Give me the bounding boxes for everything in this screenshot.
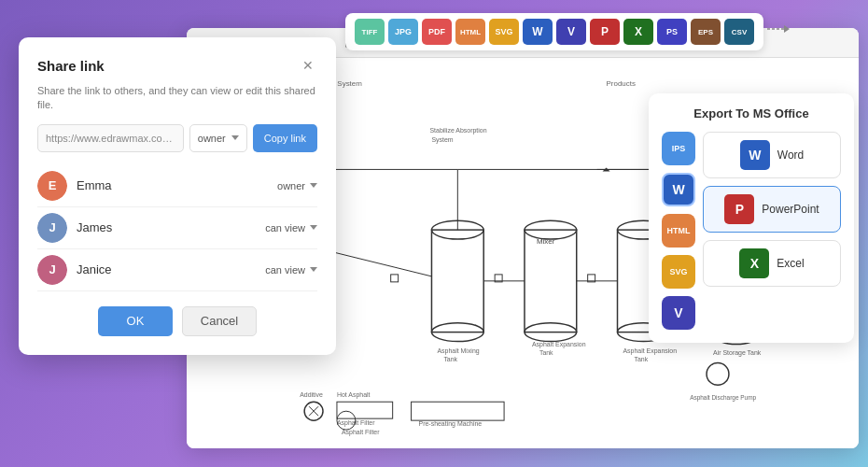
user-name-emma: Emma bbox=[77, 178, 277, 192]
svg-text:Stabilize Absorption: Stabilize Absorption bbox=[429, 127, 486, 134]
svg-rect-48 bbox=[391, 275, 399, 282]
format-html-btn[interactable]: HTML bbox=[455, 19, 485, 45]
link-value: https://www.edrawmax.com/online/fil bbox=[46, 133, 175, 144]
avatar-james: J bbox=[37, 213, 67, 243]
svg-rect-39 bbox=[337, 402, 393, 418]
svg-text:Additive: Additive bbox=[300, 391, 323, 398]
dialog-description: Share the link to others, and they can v… bbox=[37, 84, 317, 113]
user-name-janice: Janice bbox=[77, 262, 265, 276]
svg-text:Asphalt Filter: Asphalt Filter bbox=[337, 419, 375, 427]
format-tiff-btn[interactable]: TIFF bbox=[355, 19, 385, 45]
format-svg-btn[interactable]: SVG bbox=[489, 19, 519, 45]
cancel-button[interactable]: Cancel bbox=[182, 306, 257, 336]
svg-text:Pre-sheating Machine: Pre-sheating Machine bbox=[419, 420, 483, 428]
user-row-janice: J Janice can view bbox=[37, 249, 317, 291]
format-visio-btn[interactable]: V bbox=[556, 19, 586, 45]
export-panel-body: IPS W HTML SVG V W Word P PowerPoint X E… bbox=[662, 132, 841, 330]
owner-dropdown[interactable]: owner bbox=[189, 124, 247, 152]
owner-label: owner bbox=[198, 133, 226, 144]
svg-text:Asphalt Expansion: Asphalt Expansion bbox=[532, 341, 586, 348]
powerpoint-icon: P bbox=[724, 194, 754, 224]
word-icon: W bbox=[740, 140, 770, 170]
svg-rect-9 bbox=[431, 230, 483, 332]
svg-text:Mixer: Mixer bbox=[537, 237, 555, 246]
dialog-footer: OK Cancel bbox=[37, 306, 317, 336]
svg-text:System: System bbox=[431, 136, 453, 144]
format-pdf-btn[interactable]: PDF bbox=[422, 19, 452, 45]
link-row: https://www.edrawmax.com/online/fil owne… bbox=[37, 124, 317, 152]
export-panel: Export To MS Office IPS W HTML SVG V W W… bbox=[649, 93, 854, 343]
user-name-james: James bbox=[77, 220, 265, 234]
svg-text:Tank: Tank bbox=[539, 349, 553, 356]
format-csv-btn[interactable]: CSV bbox=[724, 19, 754, 45]
close-button[interactable]: ✕ bbox=[299, 56, 317, 75]
svg-point-46 bbox=[707, 362, 729, 385]
avatar-emma: E bbox=[37, 171, 67, 201]
side-icon-visio[interactable]: V bbox=[662, 296, 695, 330]
export-excel-item[interactable]: X Excel bbox=[703, 240, 841, 287]
export-items: W Word P PowerPoint X Excel bbox=[703, 132, 841, 330]
word-label: Word bbox=[777, 149, 804, 162]
svg-rect-37 bbox=[412, 402, 505, 420]
permission-emma[interactable]: owner bbox=[277, 180, 317, 191]
permission-chevron-icon bbox=[310, 183, 317, 188]
share-dialog: Share link ✕ Share the link to others, a… bbox=[19, 37, 336, 355]
side-icon-html[interactable]: HTML bbox=[662, 214, 695, 248]
user-row-emma: E Emma owner bbox=[37, 165, 317, 207]
link-input[interactable]: https://www.edrawmax.com/online/fil bbox=[37, 124, 184, 152]
svg-text:Products: Products bbox=[607, 79, 636, 88]
permission-janice[interactable]: can view bbox=[265, 264, 317, 276]
format-ps-btn[interactable]: PS bbox=[657, 19, 687, 45]
svg-text:Asphalt Discharge Pump: Asphalt Discharge Pump bbox=[690, 394, 756, 402]
dialog-title: Share link bbox=[37, 58, 105, 74]
avatar-janice: J bbox=[37, 255, 67, 285]
dialog-header: Share link ✕ bbox=[37, 56, 317, 75]
format-eps-btn[interactable]: EPS bbox=[691, 19, 721, 45]
export-panel-title: Export To MS Office bbox=[662, 106, 841, 120]
svg-text:Asphalt Filter: Asphalt Filter bbox=[342, 429, 380, 436]
export-word-item[interactable]: W Word bbox=[703, 132, 841, 178]
export-side-icons: IPS W HTML SVG V bbox=[662, 132, 695, 330]
svg-text:Air Storage Tank: Air Storage Tank bbox=[713, 349, 762, 357]
format-toolbar: TIFF JPG PDF HTML SVG W V P X PS EPS CSV bbox=[345, 13, 763, 50]
format-jpg-btn[interactable]: JPG bbox=[388, 19, 418, 45]
svg-text:Tank: Tank bbox=[634, 356, 648, 362]
export-powerpoint-item[interactable]: P PowerPoint bbox=[703, 186, 841, 233]
side-icon-word[interactable]: W bbox=[662, 173, 695, 206]
owner-chevron-icon bbox=[231, 135, 239, 140]
ok-button[interactable]: OK bbox=[98, 306, 173, 336]
powerpoint-label: PowerPoint bbox=[762, 203, 819, 216]
user-row-james: J James can view bbox=[37, 207, 317, 249]
permission-james[interactable]: can view bbox=[265, 222, 317, 234]
side-icon-svg[interactable]: SVG bbox=[662, 255, 695, 289]
svg-text:Tank: Tank bbox=[443, 356, 457, 362]
svg-text:Asphalt Expansion: Asphalt Expansion bbox=[623, 347, 677, 355]
svg-text:Hot Asphalt: Hot Asphalt bbox=[337, 391, 371, 399]
excel-icon: X bbox=[739, 248, 769, 278]
format-word-btn[interactable]: W bbox=[523, 19, 553, 45]
copy-link-button[interactable]: Copy link bbox=[253, 124, 317, 152]
svg-text:Asphalt Mixing: Asphalt Mixing bbox=[437, 347, 479, 355]
svg-marker-55 bbox=[784, 25, 790, 33]
permission-chevron-icon-3 bbox=[310, 267, 317, 272]
excel-label: Excel bbox=[777, 257, 804, 270]
permission-chevron-icon-2 bbox=[310, 225, 317, 230]
format-excel-btn[interactable]: X bbox=[623, 19, 653, 45]
side-icon-ips[interactable]: IPS bbox=[662, 132, 695, 165]
format-ppt-btn[interactable]: P bbox=[590, 19, 620, 45]
